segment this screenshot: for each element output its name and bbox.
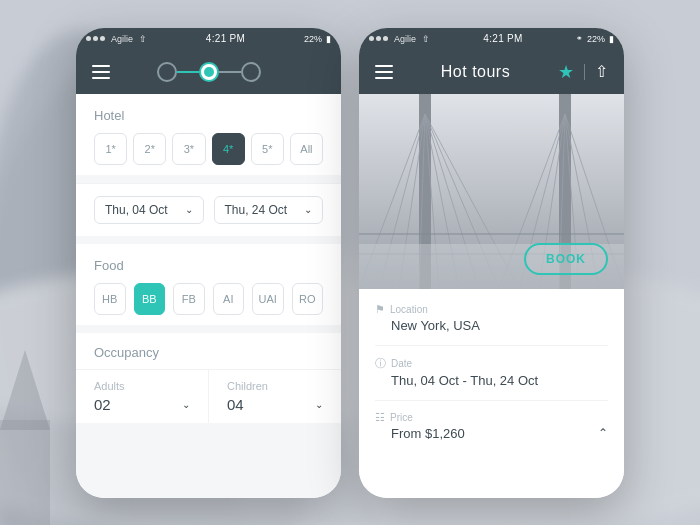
bluetooth-icon: ⚭ — [576, 34, 583, 43]
signal-dot — [369, 36, 374, 41]
checkin-selector[interactable]: Thu, 04 Oct ⌄ — [94, 196, 204, 224]
food-section: Food HB BB FB AI UAI RO — [76, 244, 341, 325]
battery-icon-1: ▮ — [326, 34, 331, 44]
hotel-label: Hotel — [94, 108, 323, 123]
food-bb[interactable]: BB — [134, 283, 166, 315]
signal-dot — [376, 36, 381, 41]
status-left-1: Agilie ⇧ — [86, 34, 147, 44]
location-icon: ⚑ — [375, 303, 385, 316]
step-1[interactable] — [157, 62, 177, 82]
divider-2 — [375, 400, 608, 401]
status-left-2: Agilie ⇧ — [369, 34, 430, 44]
status-time-1: 4:21 PM — [206, 33, 245, 44]
phone-2: Agilie ⇧ 4:21 PM ⚭ 22% ▮ Hot tours ★ ⇧ — [359, 28, 624, 498]
phone-1-content: Hotel 1* 2* 3* 4* 5* All Thu, 04 Oct ⌄ T… — [76, 94, 341, 498]
food-hb[interactable]: HB — [94, 283, 126, 315]
star-rating: 1* 2* 3* 4* 5* All — [94, 133, 323, 165]
hero-image: BOOK — [359, 94, 624, 289]
hamburger-button-2[interactable] — [375, 65, 393, 79]
tour-details: ⚑ Location New York, USA ⓘ Date Thu, 04 … — [359, 289, 624, 498]
step-3[interactable] — [241, 62, 261, 82]
food-uai[interactable]: UAI — [252, 283, 284, 315]
date-item: ⓘ Date Thu, 04 Oct - Thu, 24 Oct — [375, 356, 608, 388]
location-header: ⚑ Location — [375, 303, 608, 316]
checkout-date: Thu, 24 Oct — [225, 203, 288, 217]
rating-5star[interactable]: 5* — [251, 133, 284, 165]
hamburger-line — [92, 65, 110, 67]
share-icon[interactable]: ⇧ — [595, 62, 608, 81]
adults-value: 02 — [94, 396, 111, 413]
nav-bar-1 — [76, 50, 341, 94]
date-icon: ⓘ — [375, 356, 386, 371]
book-button[interactable]: BOOK — [524, 243, 608, 275]
status-time-2: 4:21 PM — [483, 33, 522, 44]
price-value: From $1,260 — [375, 426, 465, 441]
food-ai[interactable]: AI — [213, 283, 245, 315]
hamburger-line — [92, 71, 110, 73]
status-right-1: 22% ▮ — [304, 34, 331, 44]
hamburger-line — [375, 65, 393, 67]
nav-bar-2: Hot tours ★ ⇧ — [359, 50, 624, 94]
phones-container: Agilie ⇧ 4:21 PM 22% ▮ — [76, 28, 624, 498]
price-icon: ☷ — [375, 411, 385, 424]
hamburger-line — [375, 77, 393, 79]
rating-3star[interactable]: 3* — [172, 133, 205, 165]
favorite-icon[interactable]: ★ — [558, 61, 574, 83]
signal-dot — [86, 36, 91, 41]
rating-1star[interactable]: 1* — [94, 133, 127, 165]
wifi-icon-2: ⇧ — [422, 34, 430, 44]
children-chevron[interactable]: ⌄ — [315, 399, 323, 410]
status-right-2: ⚭ 22% ▮ — [576, 34, 614, 44]
adults-value-row: 02 ⌄ — [94, 396, 190, 413]
children-label: Children — [227, 380, 323, 392]
location-item: ⚑ Location New York, USA — [375, 303, 608, 333]
status-bar-2: Agilie ⇧ 4:21 PM ⚭ 22% ▮ — [359, 28, 624, 50]
occupancy-header: Occupancy — [76, 333, 341, 369]
signal-dot — [93, 36, 98, 41]
location-label: Location — [390, 304, 428, 315]
adults-chevron[interactable]: ⌄ — [182, 399, 190, 410]
rating-all[interactable]: All — [290, 133, 323, 165]
status-bar-1: Agilie ⇧ 4:21 PM 22% ▮ — [76, 28, 341, 50]
nav-divider — [584, 64, 585, 80]
checkout-selector[interactable]: Thu, 24 Oct ⌄ — [214, 196, 324, 224]
occupancy-row: Adults 02 ⌄ Children 04 ⌄ — [76, 369, 341, 423]
hamburger-line — [375, 71, 393, 73]
step-line-2 — [219, 71, 241, 73]
step-indicator — [157, 62, 261, 82]
children-value-row: 04 ⌄ — [227, 396, 323, 413]
signal-dots — [86, 36, 105, 41]
checkin-chevron: ⌄ — [185, 204, 193, 215]
location-value: New York, USA — [375, 318, 608, 333]
phone-1: Agilie ⇧ 4:21 PM 22% ▮ — [76, 28, 341, 498]
price-header: ☷ Price — [375, 411, 608, 424]
date-row: Thu, 04 Oct ⌄ Thu, 24 Oct ⌄ — [76, 183, 341, 236]
food-ro[interactable]: RO — [292, 283, 324, 315]
hotel-section: Hotel 1* 2* 3* 4* 5* All — [76, 94, 341, 175]
price-chevron-up[interactable]: ⌃ — [598, 426, 608, 440]
rating-2star[interactable]: 2* — [133, 133, 166, 165]
adults-item: Adults 02 ⌄ — [76, 369, 209, 423]
hamburger-line — [92, 77, 110, 79]
date-header: ⓘ Date — [375, 356, 608, 371]
food-fb[interactable]: FB — [173, 283, 205, 315]
price-item: ☷ Price From $1,260 ⌃ — [375, 411, 608, 441]
rating-4star[interactable]: 4* — [212, 133, 245, 165]
nav-icons-right: ★ ⇧ — [558, 61, 608, 83]
checkout-chevron: ⌄ — [304, 204, 312, 215]
children-item: Children 04 ⌄ — [209, 369, 341, 423]
carrier-text: Agilie — [111, 34, 133, 44]
occupancy-section: Occupancy Adults 02 ⌄ Children 04 — [76, 333, 341, 423]
signal-dot — [100, 36, 105, 41]
svg-rect-7 — [0, 420, 50, 525]
food-pills: HB BB FB AI UAI RO — [94, 283, 323, 315]
step-2[interactable] — [199, 62, 219, 82]
date-label: Date — [391, 358, 412, 369]
page-title: Hot tours — [441, 63, 510, 81]
price-row: From $1,260 ⌃ — [375, 426, 608, 441]
hamburger-button[interactable] — [92, 65, 110, 79]
signal-dots-2 — [369, 36, 388, 41]
children-value: 04 — [227, 396, 244, 413]
battery-icon-2: ▮ — [609, 34, 614, 44]
checkin-date: Thu, 04 Oct — [105, 203, 168, 217]
